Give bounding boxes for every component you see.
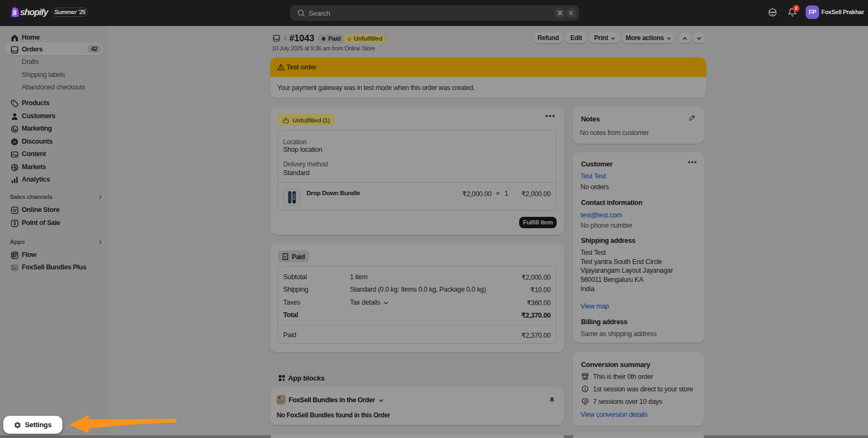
svg-text:S: S: [13, 9, 17, 16]
